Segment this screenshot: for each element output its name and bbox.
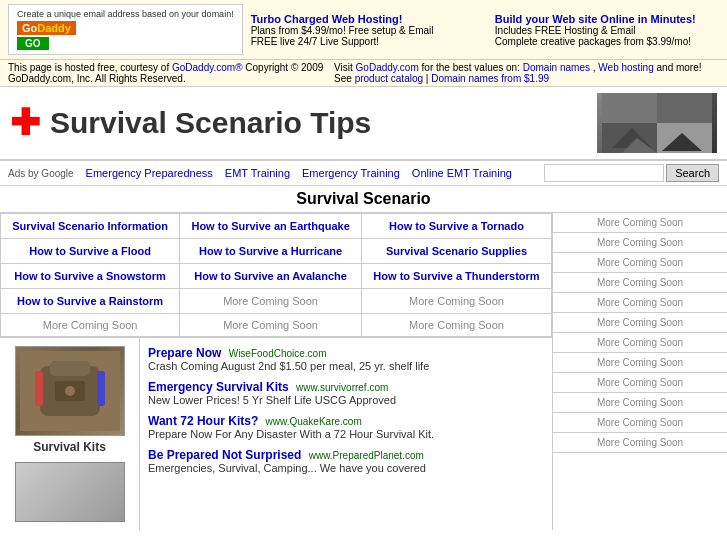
godaddy-logo: GoDaddy: [17, 21, 76, 35]
side-panel-row-11: More Coming Soon: [553, 433, 727, 453]
hosting-bar-left: This page is hosted free, courtesy of Go…: [8, 62, 334, 84]
bottom-section: Survival Kits Prepare Now WiseFoodChoice…: [0, 337, 552, 530]
table-cell: How to Survive a Thunderstorm: [361, 264, 551, 289]
link-rainstorm[interactable]: How to Survive a Rainstorm: [17, 295, 163, 307]
link-survival-info[interactable]: Survival Scenario Information: [12, 220, 168, 232]
table-cell: How to Survive a Flood: [1, 239, 180, 264]
top-banner: Create a unique email address based on y…: [0, 0, 727, 60]
link-snowstorm[interactable]: How to Survive a Snowstorm: [14, 270, 166, 282]
table-cell: How to Survive a Hurricane: [180, 239, 362, 264]
svg-point-12: [65, 386, 75, 396]
best-values-text: for the best values on:: [422, 62, 523, 73]
top-ad-2-title[interactable]: Build your Web site Online in Minutes!: [495, 13, 696, 25]
top-ad-1: Turbo Charged Web Hosting! Plans from $4…: [251, 13, 475, 47]
ad-item-1: Emergency Survival Kits www.survivorref.…: [148, 380, 544, 406]
kit-label: Survival Kits: [33, 440, 106, 454]
table-cell: How to Survive an Earthquake: [180, 214, 362, 239]
godaddy-text: Create a unique email address based on y…: [17, 9, 234, 19]
ad-item-2: Want 72 Hour Kits? www.QuakeKare.com Pre…: [148, 414, 544, 440]
ad-1-desc: New Lower Prices! 5 Yr Shelf Life USCG A…: [148, 394, 544, 406]
nav-emt-training[interactable]: EMT Training: [225, 167, 290, 179]
domain-names-link[interactable]: Domain names: [523, 62, 590, 73]
svg-rect-13: [35, 371, 43, 406]
link-flood[interactable]: How to Survive a Flood: [29, 245, 151, 257]
ad-1-title[interactable]: Emergency Survival Kits: [148, 380, 289, 394]
ad-1-domain: www.survivorref.com: [296, 382, 388, 393]
link-tornado[interactable]: How to Survive a Tornado: [389, 220, 524, 232]
side-panel-row-5: More Coming Soon: [553, 313, 727, 333]
godaddy-visit-link[interactable]: GoDaddy.com: [356, 62, 419, 73]
ad-3-desc: Emergencies, Survival, Camping... We hav…: [148, 462, 544, 474]
side-panel-row-4: More Coming Soon: [553, 293, 727, 313]
ad-2-title[interactable]: Want 72 Hour Kits?: [148, 414, 258, 428]
domain-names-price-link[interactable]: Domain names from $1.99: [431, 73, 549, 84]
main-content: Survival Scenario Information How to Sur…: [0, 213, 727, 530]
table-cell: How to Survive a Rainstorm: [1, 289, 180, 314]
top-ads: Turbo Charged Web Hosting! Plans from $4…: [251, 13, 719, 47]
svg-rect-10: [50, 361, 90, 376]
link-avalanche[interactable]: How to Survive an Avalanche: [194, 270, 347, 282]
table-row: How to Survive a Flood How to Survive a …: [1, 239, 552, 264]
search-button[interactable]: Search: [666, 164, 719, 182]
scenario-table: Survival Scenario Information How to Sur…: [0, 213, 552, 337]
top-ad-1-title[interactable]: Turbo Charged Web Hosting!: [251, 13, 403, 25]
top-ad-2: Build your Web site Online in Minutes! I…: [495, 13, 719, 47]
table-cell: How to Survive a Tornado: [361, 214, 551, 239]
ad-3-domain: www.PreparedPlanet.com: [309, 450, 424, 461]
godaddy-box: Create a unique email address based on y…: [8, 4, 243, 55]
nav-emergency-prep[interactable]: Emergency Preparedness: [86, 167, 213, 179]
left-panel: Survival Kits: [0, 338, 140, 530]
table-cell-coming-soon: More Coming Soon: [361, 314, 551, 337]
side-panel-row-6: More Coming Soon: [553, 333, 727, 353]
svg-rect-2: [657, 93, 712, 123]
top-ad-2-line1: Includes FREE Hosting & Email: [495, 25, 719, 36]
kit-image-2: [15, 462, 125, 522]
nav-emergency-training[interactable]: Emergency Training: [302, 167, 400, 179]
side-panel-row-9: More Coming Soon: [553, 393, 727, 413]
header-image: [597, 93, 717, 153]
link-hurricane[interactable]: How to Survive a Hurricane: [199, 245, 342, 257]
ad-0-title[interactable]: Prepare Now: [148, 346, 221, 360]
table-row: How to Survive a Snowstorm How to Surviv…: [1, 264, 552, 289]
visit-text: Visit: [334, 62, 356, 73]
link-supplies[interactable]: Survival Scenario Supplies: [386, 245, 527, 257]
nav-online-emt[interactable]: Online EMT Training: [412, 167, 512, 179]
red-cross-icon: ✚: [10, 105, 40, 141]
ads-section: Prepare Now WiseFoodChoice.com Crash Com…: [140, 338, 552, 530]
page-title: Survival Scenario: [0, 186, 727, 213]
table-cell-coming-soon: More Coming Soon: [180, 314, 362, 337]
grid-section: Survival Scenario Information How to Sur…: [0, 213, 552, 530]
ad-3-title[interactable]: Be Prepared Not Surprised: [148, 448, 301, 462]
site-header: ✚ Survival Scenario Tips: [0, 87, 727, 161]
table-cell: How to Survive a Snowstorm: [1, 264, 180, 289]
link-thunderstorm[interactable]: How to Survive a Thunderstorm: [373, 270, 539, 282]
link-earthquake[interactable]: How to Survive an Earthquake: [191, 220, 349, 232]
table-cell-coming-soon: More Coming Soon: [180, 289, 362, 314]
top-ad-2-line2: Complete creative packages from $3.99/mo…: [495, 36, 719, 47]
search-input[interactable]: [544, 164, 664, 182]
ad-item-0: Prepare Now WiseFoodChoice.com Crash Com…: [148, 346, 544, 372]
side-panel-row-0: More Coming Soon: [553, 213, 727, 233]
svg-rect-14: [97, 371, 105, 406]
ad-2-desc: Prepare Now For Any Disaster With a 72 H…: [148, 428, 544, 440]
side-panel-row-7: More Coming Soon: [553, 353, 727, 373]
hosting-bar: This page is hosted free, courtesy of Go…: [0, 60, 727, 87]
top-ad-1-line1: Plans from $4.99/mo! Free setup & Email: [251, 25, 475, 36]
godaddy-go[interactable]: GO: [17, 37, 49, 50]
ads-label: Ads by Google: [8, 168, 74, 179]
table-cell-coming-soon: More Coming Soon: [361, 289, 551, 314]
ad-0-desc: Crash Coming August 2nd $1.50 per meal, …: [148, 360, 544, 372]
side-panel-row-8: More Coming Soon: [553, 373, 727, 393]
godaddy-link[interactable]: GoDaddy.com®: [172, 62, 243, 73]
side-panel-row-2: More Coming Soon: [553, 253, 727, 273]
site-title: Survival Scenario Tips: [50, 106, 371, 140]
side-panel-row-3: More Coming Soon: [553, 273, 727, 293]
web-hosting-link[interactable]: Web hosting: [598, 62, 653, 73]
side-panel-row-10: More Coming Soon: [553, 413, 727, 433]
hosting-free-text: This page is hosted free, courtesy of: [8, 62, 172, 73]
top-ad-1-line2: FREE live 24/7 Live Support!: [251, 36, 475, 47]
product-catalog-link[interactable]: product catalog: [355, 73, 423, 84]
table-row: How to Survive a Rainstorm More Coming S…: [1, 289, 552, 314]
ad-item-3: Be Prepared Not Surprised www.PreparedPl…: [148, 448, 544, 474]
table-cell: Survival Scenario Supplies: [361, 239, 551, 264]
